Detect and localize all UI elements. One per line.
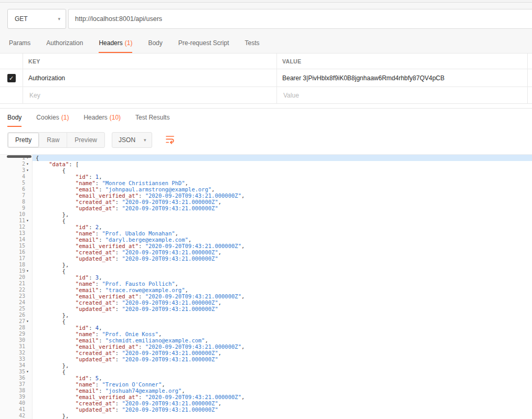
fold-toggle-icon[interactable]: ▾ xyxy=(25,167,32,174)
line-number: 10 xyxy=(19,211,25,218)
editor-gutter-cell: 13 xyxy=(0,230,33,237)
editor-gutter-cell: 12 xyxy=(0,224,33,230)
value-column-header: VALUE xyxy=(277,53,528,69)
fold-toggle-icon[interactable]: ▾ xyxy=(25,218,32,224)
editor-gutter-cell: 9 xyxy=(0,205,33,211)
code-line: 38 "email": "joshuah74@example.org", xyxy=(0,388,532,394)
tab-tests[interactable]: Tests xyxy=(244,34,259,53)
line-number: 41 xyxy=(19,406,25,413)
code-line-text: }, xyxy=(33,262,532,268)
tab-label: Headers xyxy=(99,39,122,47)
editor-scrollbar-thumb[interactable] xyxy=(7,155,31,158)
code-line: 42 }, xyxy=(0,413,532,419)
code-line: 1▾{ xyxy=(0,155,532,161)
code-line-text: "email": "johnpaul.armstrong@example.org… xyxy=(33,186,532,192)
response-tabs: Body Cookies (1) Headers (10) Test Resul… xyxy=(0,108,532,127)
tab-params[interactable]: Params xyxy=(9,34,30,53)
code-line: 37 "name": "Trevion O'Conner", xyxy=(0,381,532,388)
language-select[interactable]: JSON ▾ xyxy=(112,132,152,148)
line-number: 27 xyxy=(19,318,25,325)
new-header-value-cell xyxy=(277,87,528,103)
editor-gutter-cell: 35▾ xyxy=(0,369,33,375)
tab-pre-request-script[interactable]: Pre-request Script xyxy=(178,34,229,53)
code-line-text: "id": 5, xyxy=(33,375,532,381)
checkbox-column-header xyxy=(0,53,23,69)
editor-gutter-cell: 27▾ xyxy=(0,318,33,325)
code-line-text: "email_verified_at": "2020-09-20T09:43:2… xyxy=(33,192,532,199)
line-number: 5 xyxy=(22,180,25,186)
line-number: 9 xyxy=(22,205,25,211)
fold-toggle-icon[interactable]: ▾ xyxy=(25,318,32,325)
view-mode-preview-button[interactable]: Preview xyxy=(67,133,104,147)
request-bar: GET ▾ xyxy=(0,3,532,31)
actions-column-sliver xyxy=(528,87,532,103)
editor-gutter-cell: 40 xyxy=(0,400,33,406)
tab-label: Cookies xyxy=(36,114,59,121)
fold-toggle-icon[interactable]: ▾ xyxy=(25,369,32,375)
headers-table: KEY VALUE ✓ Authorization Bearer 3|PivHb… xyxy=(0,53,532,104)
code-line: 30 "email": "schmidt.emiliano@example.co… xyxy=(0,337,532,343)
code-line: 7 "email_verified_at": "2020-09-20T09:43… xyxy=(0,192,532,199)
code-line: 9 "updated_at": "2020-09-20T09:43:21.000… xyxy=(0,205,532,211)
editor-gutter-cell: 23 xyxy=(0,293,33,299)
editor-gutter-cell: 15 xyxy=(0,243,33,249)
language-label: JSON xyxy=(119,136,135,144)
code-line: 18 }, xyxy=(0,262,532,268)
method-select[interactable]: GET ▾ xyxy=(7,9,66,29)
view-mode-pretty-button[interactable]: Pretty xyxy=(8,133,39,147)
fold-toggle-icon[interactable]: ▾ xyxy=(25,268,32,274)
code-line-text: "updated_at": "2020-09-20T09:43:21.00000… xyxy=(33,205,532,211)
code-line: 26 }, xyxy=(0,312,532,318)
code-line: 31 "email_verified_at": "2020-09-20T09:4… xyxy=(0,343,532,350)
line-number: 40 xyxy=(19,400,25,406)
new-header-value-input[interactable] xyxy=(282,91,517,100)
headers-table-header: KEY VALUE xyxy=(0,53,532,69)
editor-gutter-cell: 8 xyxy=(0,199,33,205)
header-value-cell[interactable]: Bearer 3|PivHblx8f9iK0B8jgnhaaw6Rmd4rhbf… xyxy=(277,69,528,87)
code-line: 19▾ { xyxy=(0,268,532,274)
line-number: 32 xyxy=(19,350,25,356)
code-line: 10 }, xyxy=(0,211,532,218)
response-tab-cookies[interactable]: Cookies (1) xyxy=(36,109,69,127)
line-number: 38 xyxy=(19,388,25,394)
code-line-text: "name": "Prof. Fausto Pollich", xyxy=(33,281,532,287)
tab-label: Pre-request Script xyxy=(178,39,229,47)
api-client-app: GET ▾ Params Authorization Headers (1) B… xyxy=(0,0,532,419)
code-line: 29 "name": "Prof. Onie Koss", xyxy=(0,331,532,337)
tab-label: Body xyxy=(148,39,162,47)
code-line-text: "id": 1, xyxy=(33,174,532,180)
fold-toggle-icon[interactable]: ▾ xyxy=(25,161,32,167)
line-number: 17 xyxy=(19,255,25,262)
url-input[interactable] xyxy=(68,9,532,29)
tab-body[interactable]: Body xyxy=(148,34,162,53)
code-line: 35▾ { xyxy=(0,369,532,375)
code-line-text: "created_at": "2020-09-20T09:43:21.00000… xyxy=(33,249,532,255)
response-tab-headers[interactable]: Headers (10) xyxy=(83,109,121,127)
new-header-key-input[interactable] xyxy=(28,91,266,100)
tab-authorization[interactable]: Authorization xyxy=(46,34,83,53)
code-line-text: { xyxy=(33,318,532,325)
code-line-text: "name": "Prof. Ubaldo Monahan", xyxy=(33,230,532,237)
code-line-text: "id": 3, xyxy=(33,274,532,281)
code-line-text: "email": "schmidt.emiliano@example.com", xyxy=(33,337,532,343)
code-line: 22 "email": "trace.rowe@example.org", xyxy=(0,287,532,293)
view-mode-raw-button[interactable]: Raw xyxy=(39,133,67,147)
editor-gutter-cell: 2▾ xyxy=(0,161,33,167)
header-enabled-checkbox[interactable]: ✓ xyxy=(7,74,16,82)
response-toolbar: Pretty Raw Preview JSON ▾ xyxy=(0,127,532,154)
wrap-text-icon xyxy=(165,134,175,146)
wrap-text-button[interactable] xyxy=(165,134,175,146)
code-line-text: { xyxy=(33,155,532,161)
code-line-text: "created_at": "2020-09-20T09:43:21.00000… xyxy=(33,299,532,306)
editor-gutter-cell: 5 xyxy=(0,180,33,186)
header-key-cell[interactable]: Authorization xyxy=(23,69,277,87)
code-line: 2▾ "data": [ xyxy=(0,161,532,167)
editor-gutter-cell: 22 xyxy=(0,287,33,293)
response-tab-test-results[interactable]: Test Results xyxy=(135,109,169,127)
tab-headers[interactable]: Headers (1) xyxy=(99,34,132,53)
response-tab-body[interactable]: Body xyxy=(7,109,22,127)
editor-gutter-cell: 6 xyxy=(0,186,33,192)
code-line-text: }, xyxy=(33,362,532,369)
method-label: GET xyxy=(15,15,28,23)
code-line-text: "name": "Trevion O'Conner", xyxy=(33,381,532,388)
